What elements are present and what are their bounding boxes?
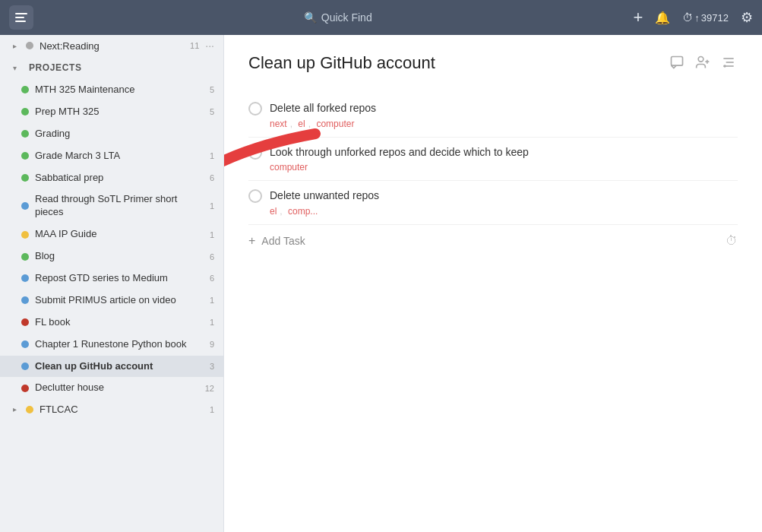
task-checkbox[interactable] <box>248 102 262 116</box>
sidebar-item-repost-gtd-series-to-medium[interactable]: Repost GTD series to Medium 6 <box>0 268 223 290</box>
sidebar-item-count: 11 <box>190 41 199 50</box>
sidebar-item-declutter-house[interactable]: Declutter house 12 <box>0 377 223 399</box>
task-tag[interactable]: comp... <box>288 206 318 217</box>
svg-point-5 <box>698 57 704 62</box>
sidebar-item-count: 5 <box>210 85 214 94</box>
sidebar-item-count: 6 <box>210 252 214 261</box>
sidebar-item-label: Repost GTD series to Medium <box>35 272 204 285</box>
sidebar-item-count: 1 <box>210 318 214 327</box>
task-tags: computer <box>270 162 738 173</box>
project-dot <box>21 108 29 116</box>
sidebar-item-sabbatical-prep[interactable]: Sabbatical prep 6 <box>0 167 223 189</box>
task-list: Delete all forked repos next, el, comput… <box>248 93 738 225</box>
sidebar-item-label: Blog <box>35 250 204 263</box>
project-dot <box>21 231 29 239</box>
task-checkbox[interactable] <box>248 189 262 203</box>
sidebar-item-count: 1 <box>210 151 214 160</box>
svg-rect-2 <box>15 21 26 22</box>
sidebar-item-count: 1 <box>210 201 214 211</box>
add-task-plus-icon: + <box>248 234 255 248</box>
header: 🔍 Quick Find + 🔔 ⏱ ↑ 39712 ⚙ <box>0 0 762 35</box>
sidebar-item-label: Submit PRIMUS article on video <box>35 294 204 307</box>
sidebar-item-grade-march-3-lta[interactable]: Grade March 3 LTA 1 <box>0 145 223 167</box>
project-dot <box>21 86 29 93</box>
sidebar-item-label: Read through SoTL Primer short pieces <box>35 193 204 219</box>
sidebar-item-grading[interactable]: Grading <box>0 123 223 145</box>
sidebar-item-submit-primus-article-on-video[interactable]: Submit PRIMUS article on video 1 <box>0 290 223 312</box>
sidebar-item-chapter-1-runestone-python-boo[interactable]: Chapter 1 Runestone Python book 9 <box>0 334 223 356</box>
content-area: Clean up GitHub account <box>224 35 762 532</box>
header-actions: + 🔔 ⏱ ↑ 39712 ⚙ <box>633 8 753 27</box>
sidebar-item-count: 5 <box>210 107 214 116</box>
sidebar-item-count: 9 <box>210 340 214 349</box>
collapse-arrow-icon[interactable]: ▸ <box>9 42 20 50</box>
task-tag[interactable]: el <box>298 119 305 129</box>
sidebar-item-count: 12 <box>205 384 214 393</box>
sidebar-item-label: MTH 325 Maintenance <box>35 84 204 97</box>
sidebar-item-count: 3 <box>210 362 214 371</box>
sidebar-item-count: 6 <box>210 274 214 283</box>
comment-icon[interactable] <box>668 53 686 75</box>
add-task-row[interactable]: + Add Task ⏱ <box>248 225 738 257</box>
task-checkbox[interactable] <box>248 146 262 160</box>
task-text: Look through unforked repos and decide w… <box>270 145 738 160</box>
ftlcac-dot <box>26 406 33 413</box>
task-tag[interactable]: computer <box>316 119 354 129</box>
project-dot <box>21 318 29 326</box>
project-dot <box>21 174 29 182</box>
task-history-icon[interactable]: ⏱ <box>726 234 738 248</box>
sidebar-item-label: Grade March 3 LTA <box>35 150 204 163</box>
sidebar-item-label: Next:Reading <box>40 40 184 52</box>
project-dot <box>21 130 29 138</box>
task-tags: next, el, computer <box>270 119 738 129</box>
sidebar-item-label: Declutter house <box>35 382 199 394</box>
add-person-icon[interactable] <box>694 53 712 75</box>
projects-section-header: ▾ PROJECTS <box>0 56 223 79</box>
add-task-label: Add Task <box>261 235 305 247</box>
score-up-arrow: ↑ <box>694 12 700 24</box>
more-options-icon[interactable]: ··· <box>205 40 214 52</box>
task-tag[interactable]: el <box>270 206 277 217</box>
project-dot <box>21 296 29 304</box>
add-button[interactable]: + <box>633 8 643 27</box>
sidebar-item-mth-325-maintenance[interactable]: MTH 325 Maintenance 5 <box>0 79 223 101</box>
task-item-2: Look through unforked repos and decide w… <box>248 138 738 182</box>
sidebar-item-label: Chapter 1 Runestone Python book <box>35 338 204 351</box>
content-action-buttons <box>668 53 738 75</box>
task-text: Delete unwanted repos <box>270 188 738 204</box>
projects-list: MTH 325 Maintenance 5 Prep MTH 325 5 Gra… <box>0 79 223 399</box>
project-dot <box>21 253 29 261</box>
task-tag[interactable]: next <box>270 119 287 129</box>
task-tag[interactable]: computer <box>270 162 308 173</box>
sidebar-item-read-through-sotl-primer-short[interactable]: Read through SoTL Primer short pieces 1 <box>0 188 223 223</box>
project-dot <box>21 363 29 370</box>
sidebar-item-maa-ip-guide[interactable]: MAA IP Guide 1 <box>0 223 223 245</box>
sidebar-item-ftlcac[interactable]: ▸ FTLCAC 1 <box>0 399 223 420</box>
sidebar-item-prep-mth-325[interactable]: Prep MTH 325 5 <box>0 101 223 123</box>
search-icon: 🔍 <box>304 11 317 24</box>
task-text: Delete all forked repos <box>270 101 738 116</box>
sidebar-item-fl-book[interactable]: FL book 1 <box>0 312 223 334</box>
sidebar-item-label: MAA IP Guide <box>35 228 204 241</box>
sidebar-item-next-reading[interactable]: ▸ Next:Reading 11 ··· <box>0 35 223 56</box>
content-header: Clean up GitHub account <box>248 53 738 75</box>
task-content: Look through unforked repos and decide w… <box>270 145 738 173</box>
sidebar-item-label: Grading <box>35 128 208 141</box>
ftlcac-collapse-icon[interactable]: ▸ <box>9 405 20 413</box>
page-title: Clean up GitHub account <box>248 53 435 73</box>
project-dot <box>21 274 29 282</box>
app-logo[interactable] <box>9 5 33 30</box>
svg-rect-1 <box>15 17 24 18</box>
notifications-bell-icon[interactable]: 🔔 <box>655 11 670 25</box>
ftlcac-label: FTLCAC <box>40 404 204 415</box>
quick-find-label: Quick Find <box>321 11 372 24</box>
ftlcac-count: 1 <box>210 405 214 414</box>
task-settings-icon[interactable] <box>719 53 738 75</box>
project-dot <box>21 385 29 392</box>
sidebar-item-clean-up-github-account[interactable]: Clean up GitHub account 3 <box>0 356 223 378</box>
project-dot <box>26 42 33 49</box>
collapse-projects-arrow-icon[interactable]: ▾ <box>9 64 20 72</box>
quick-find-button[interactable]: 🔍 Quick Find <box>43 11 633 24</box>
sidebar-item-blog[interactable]: Blog 6 <box>0 245 223 268</box>
settings-gear-icon[interactable]: ⚙ <box>741 9 753 26</box>
